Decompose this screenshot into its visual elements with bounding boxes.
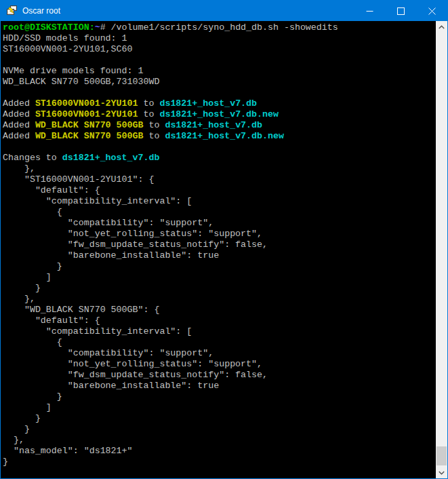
terminal-line: }, (3, 164, 436, 174)
terminal-line: root@DISKSTATION:~# /volume1/scripts/syn… (3, 22, 436, 33)
terminal-line: Added ST16000VN001-2YU101 to ds1821+_hos… (3, 109, 436, 120)
terminal-line: "ST16000VN001-2YU101": { (3, 174, 436, 185)
terminal-line: Added WD_BLACK SN770 500GB to ds1821+_ho… (3, 131, 436, 142)
terminal-line: { (3, 207, 436, 218)
terminal-line: "barebone_installable": true (3, 250, 436, 261)
minimize-button[interactable] (354, 1, 385, 21)
terminal-line: Changes to ds1821+_host_v7.db (3, 153, 436, 164)
terminal-line: } (3, 283, 436, 294)
terminal-line: Added ST16000VN001-2YU101 to ds1821+_hos… (3, 98, 436, 109)
terminal-line: "nas_model": "ds1821+" (3, 446, 436, 457)
terminal-line: Added WD_BLACK SN770 500GB to ds1821+_ho… (3, 120, 436, 131)
terminal[interactable]: root@DISKSTATION:~# /volume1/scripts/syn… (1, 21, 436, 478)
chevron-up-icon (439, 25, 445, 29)
terminal-line: "default": { (3, 315, 436, 326)
titlebar[interactable]: Oscar root (1, 1, 447, 21)
putty-window: Oscar root root@DISKSTATION:~# /volume1/… (0, 0, 448, 479)
terminal-line (3, 88, 436, 98)
terminal-line: "WD_BLACK SN770 500GB": { (3, 305, 436, 315)
terminal-line: NVMe drive models found: 1 (3, 66, 436, 77)
terminal-line: ] (3, 272, 436, 283)
terminal-line: } (3, 261, 436, 272)
terminal-line: ] (3, 402, 436, 413)
terminal-line: "default": { (3, 185, 436, 196)
terminal-line: } (3, 391, 436, 402)
terminal-line: } (3, 457, 436, 467)
maximize-icon (397, 7, 405, 15)
terminal-line: } (3, 424, 436, 435)
terminal-line: }, (3, 435, 436, 446)
terminal-line: "barebone_installable": true (3, 381, 436, 391)
terminal-line: }, (3, 294, 436, 305)
terminal-line: HDD/SSD models found: 1 (3, 33, 436, 44)
maximize-button[interactable] (385, 1, 416, 21)
terminal-line (3, 142, 436, 153)
terminal-line: ST16000VN001-2YU101,SC60 (3, 44, 436, 55)
putty-icon (6, 5, 17, 16)
terminal-line: "fw_dsm_update_status_notify": false, (3, 370, 436, 381)
minimize-icon (366, 7, 373, 15)
scroll-up-button[interactable] (436, 21, 447, 33)
terminal-line: "compatibility": "support", (3, 348, 436, 359)
close-button[interactable] (416, 1, 447, 21)
terminal-line: "fw_dsm_update_status_notify": false, (3, 240, 436, 250)
close-icon (428, 7, 436, 15)
terminal-line: } (3, 413, 436, 424)
terminal-line: "not_yet_rolling_status": "support", (3, 359, 436, 370)
terminal-line: "compatibility": "support", (3, 218, 436, 229)
chevron-down-icon (439, 471, 445, 475)
scroll-down-button[interactable] (436, 467, 447, 478)
scrollbar-thumb[interactable] (436, 446, 447, 465)
terminal-line: "compatibility_interval": [ (3, 326, 436, 337)
scrollbar[interactable] (436, 21, 447, 478)
window-title: Oscar root (22, 6, 354, 16)
terminal-line: { (3, 337, 436, 348)
terminal-line: "compatibility_interval": [ (3, 196, 436, 207)
terminal-line: "not_yet_rolling_status": "support", (3, 229, 436, 240)
terminal-line: WD_BLACK SN770 500GB,731030WD (3, 77, 436, 88)
terminal-line (3, 55, 436, 66)
